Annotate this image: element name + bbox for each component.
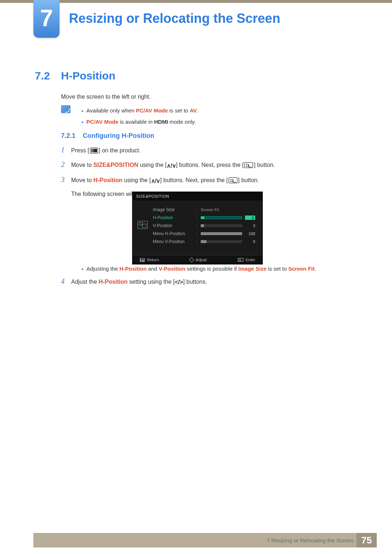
osd-row: Menu V-Position:9 [153, 238, 255, 246]
section-title: H-Position [61, 70, 115, 82]
enter-button-icon [229, 177, 237, 183]
osd-footer-enter: Enter [238, 258, 255, 262]
osd-row-value: 3 [245, 223, 255, 228]
osd-row-label: H-Position [153, 215, 196, 220]
note-icon [61, 105, 70, 113]
osd-title: SIZE&POSITION [132, 192, 262, 201]
up-down-icon: ∧/∨ [167, 161, 176, 171]
step-2: 2 Move to SIZE&POSITION using the [∧/∨] … [61, 160, 356, 171]
osd-row-label: Image Size [153, 207, 196, 212]
osd-footer-adjust: Adjust [190, 258, 207, 262]
chapter-title: Resizing or Relocating the Screen [69, 11, 280, 26]
osd-footer: Return Adjust Enter [132, 255, 262, 264]
step-4: 4 Adjust the H-Position setting using th… [61, 277, 207, 287]
osd-slider-bar [201, 232, 242, 235]
enter-button-icon [244, 162, 253, 168]
osd-row-value: 3 [245, 216, 255, 220]
osd-body: Image Size:Screen FitH-Position:3V-Posit… [132, 201, 262, 255]
footer-chapter-text: 7 Resizing or Relocating the Screen [267, 537, 354, 543]
osd-slider-bar [201, 224, 242, 227]
osd-slider-bar [201, 240, 242, 243]
page-footer: 7 Resizing or Relocating the Screen 75 [33, 533, 377, 547]
osd-screenshot: SIZE&POSITION Image Size:Screen FitH-Pos… [132, 192, 263, 264]
chapter-number-badge: 7 [33, 0, 60, 38]
osd-row-label: Menu V-Position [153, 239, 196, 244]
osd-row: V-Position:3 [153, 222, 255, 230]
step-1: 1 Press [] on the product. [61, 146, 356, 155]
subsection-number: 7.2.1 [61, 132, 75, 140]
osd-row: Image Size:Screen Fit [153, 206, 255, 214]
osd-row: H-Position:3 [153, 214, 255, 222]
section-number: 7.2 [35, 70, 50, 82]
note-item-2: ●PC/AV Mode is available in HDMI mode on… [81, 116, 199, 128]
osd-row-label: Menu H-Position [153, 231, 196, 236]
up-down-icon: ∧/∨ [151, 176, 160, 186]
subsection-title: Configuring H-Position [83, 132, 154, 140]
osd-slider-bar [201, 216, 242, 219]
osd-note: ●Adjusting the H-Position and V-Position… [81, 266, 316, 272]
osd-footer-return: Return [140, 258, 159, 262]
note-item-1: ●Available only when PC/AV Mode is set t… [81, 105, 199, 116]
footer-page-number: 75 [356, 533, 377, 547]
menu-button-icon [90, 148, 98, 153]
left-right-icon: </> [175, 278, 183, 287]
osd-row-value: Screen Fit [201, 208, 255, 212]
osd-row-value: 100 [245, 231, 255, 236]
osd-row: Menu H-Position:100 [153, 230, 255, 238]
size-position-icon [138, 221, 148, 229]
note-list: ●Available only when PC/AV Mode is set t… [81, 105, 199, 128]
osd-row-label: V-Position [153, 223, 196, 228]
section-intro-text: Move the screen to the left or right. [61, 94, 151, 100]
osd-row-value: 9 [245, 239, 255, 244]
